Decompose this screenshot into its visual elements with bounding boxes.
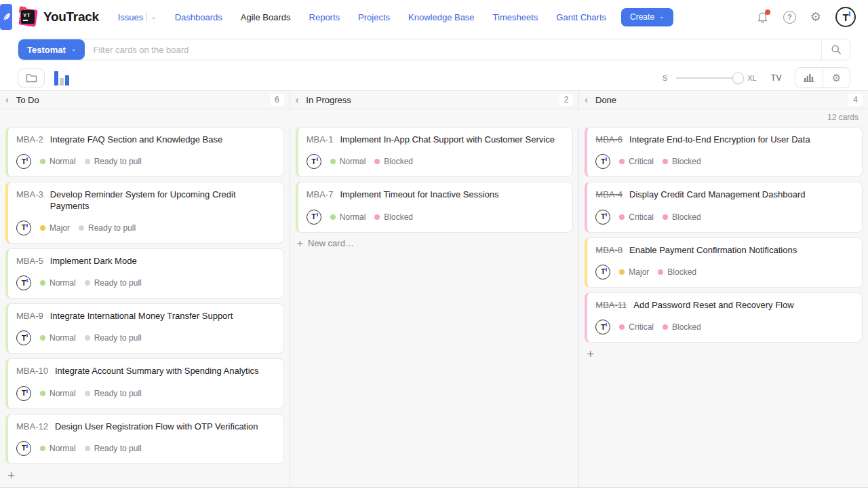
sidebar-toggle[interactable] [0, 4, 12, 30]
nav-item-timesheets[interactable]: Timesheets [493, 12, 538, 22]
collapse-column-icon[interactable]: ‹ [294, 95, 300, 104]
state-field[interactable]: Ready to pull [79, 223, 136, 233]
help-button[interactable]: ? [783, 11, 796, 24]
assignee-avatar[interactable]: T [595, 154, 610, 169]
nav-item-projects[interactable]: Projects [358, 12, 390, 22]
nav-item-knowledge-base[interactable]: Knowledge Base [408, 12, 475, 22]
assignee-avatar[interactable]: T [16, 275, 31, 290]
assignee-avatar[interactable]: T [307, 154, 321, 169]
board-card[interactable]: MBA-8 Enable Payment Confirmation Notifi… [585, 237, 863, 288]
board-settings-button[interactable]: ⚙ [823, 68, 850, 88]
board-card[interactable]: MBA-9 Integrate International Money Tran… [5, 303, 284, 353]
notifications-bell-button[interactable] [756, 11, 769, 24]
card-id[interactable]: MBA-11 [595, 300, 627, 311]
state-field[interactable]: Blocked [663, 157, 701, 166]
priority-field[interactable]: Major [619, 267, 649, 277]
board-card[interactable]: MBA-3 Develop Reminder System for Upcomi… [5, 182, 284, 244]
board-card[interactable]: MBA-2 Integrate FAQ Section and Knowledg… [5, 127, 284, 177]
priority-field[interactable]: Normal [330, 212, 366, 222]
board-card[interactable]: MBA-5 Implement Dark Mode T Normal Ready… [5, 248, 284, 299]
nav-item-issues[interactable]: Issues [118, 12, 144, 22]
priority-field[interactable]: Normal [330, 157, 366, 166]
card-id[interactable]: MBA-10 [16, 366, 48, 377]
assignee-avatar[interactable]: T [595, 320, 610, 334]
card-id[interactable]: MBA-4 [595, 189, 623, 200]
priority-field[interactable]: Normal [40, 444, 76, 453]
state-field[interactable]: Ready to pull [85, 157, 142, 166]
card-id[interactable]: MBA-6 [595, 134, 623, 145]
board-card[interactable]: MBA-1 Implement In-App Chat Support with… [296, 127, 574, 177]
add-card-button[interactable]: + [585, 343, 601, 360]
priority-field[interactable]: Critical [619, 157, 654, 166]
filter-input[interactable] [85, 39, 821, 60]
assignee-avatar[interactable]: T [16, 386, 31, 401]
board-card[interactable]: MBA-10 Integrate Account Summary with Sp… [5, 358, 284, 408]
board-card[interactable]: MBA-7 Implement Timeout for Inactive Ses… [296, 182, 574, 232]
collapse-column-icon[interactable]: ‹ [583, 95, 589, 104]
card-id[interactable]: MBA-1 [307, 134, 334, 145]
nav-item-agile-boards[interactable]: Agile Boards [241, 12, 291, 22]
priority-field[interactable]: Major [40, 223, 70, 233]
new-card-button[interactable]: + New card… [296, 233, 574, 249]
card-id[interactable]: MBA-9 [16, 311, 43, 322]
state-field[interactable]: Blocked [374, 157, 413, 166]
chart-view-toggle[interactable] [54, 71, 69, 85]
assignee-avatar[interactable]: T [16, 441, 31, 456]
column-header-in-progress: ‹ In Progress 2 [290, 91, 579, 109]
card-id[interactable]: MBA-12 [16, 421, 48, 432]
cards-total-label: 12 cards [0, 109, 868, 126]
board-footer: Board owner: admin [0, 487, 868, 498]
nav-item-reports[interactable]: Reports [309, 12, 340, 22]
card-title: Develop Reminder System for Upcoming Cre… [50, 189, 275, 212]
search-button[interactable] [821, 39, 850, 60]
slider-knob[interactable] [732, 72, 744, 83]
assignee-avatar[interactable]: T [16, 221, 31, 235]
tv-mode-button[interactable]: TV [771, 73, 782, 83]
board-card[interactable]: MBA-6 Integrate End-to-End Encryption fo… [585, 127, 863, 177]
board-card[interactable]: MBA-11 Add Password Reset and Recovery F… [585, 292, 863, 343]
state-field[interactable]: Ready to pull [85, 278, 142, 288]
issues-dropdown-chevron-icon[interactable]: ⌄ [151, 14, 156, 20]
state-label: Blocked [672, 212, 701, 222]
add-card-button[interactable]: + [5, 464, 22, 482]
board-card[interactable]: MBA-4 Display Credit Card Management Das… [585, 182, 863, 232]
nav-item-dashboards[interactable]: Dashboards [175, 12, 222, 22]
assignee-avatar[interactable]: T [16, 330, 31, 345]
card-id[interactable]: MBA-8 [595, 245, 623, 256]
priority-field[interactable]: Normal [40, 389, 76, 398]
priority-field[interactable]: Normal [40, 278, 76, 288]
avatar: T [835, 7, 856, 27]
card-size-slider[interactable] [676, 77, 738, 79]
state-field[interactable]: Blocked [663, 322, 701, 332]
assignee-avatar[interactable]: T [595, 210, 610, 225]
settings-button[interactable]: ⚙ [810, 11, 821, 23]
nav-item-gantt-charts[interactable]: Gantt Charts [556, 12, 606, 22]
gear-icon: ⚙ [832, 73, 841, 83]
app-logo[interactable]: YT YouTrack [19, 8, 99, 26]
state-field[interactable]: Ready to pull [85, 333, 142, 343]
board-selector-button[interactable]: Testomat ⌄ [18, 39, 85, 60]
card-id[interactable]: MBA-5 [16, 256, 43, 267]
progress-chart-button[interactable] [795, 68, 823, 88]
priority-label: Normal [340, 157, 366, 166]
priority-field[interactable]: Critical [619, 322, 654, 332]
priority-field[interactable]: Normal [40, 333, 76, 343]
priority-field[interactable]: Critical [619, 212, 654, 222]
state-field[interactable]: Ready to pull [85, 389, 142, 398]
card-id[interactable]: MBA-2 [16, 134, 43, 145]
profile-avatar-button[interactable]: T [835, 7, 856, 27]
backlog-button[interactable] [18, 69, 45, 88]
card-id[interactable]: MBA-3 [16, 189, 43, 200]
priority-field[interactable]: Normal [40, 157, 76, 166]
state-field[interactable]: Blocked [658, 267, 696, 277]
card-id[interactable]: MBA-7 [307, 189, 334, 200]
create-button[interactable]: Create ⌄ [621, 8, 673, 26]
assignee-avatar[interactable]: T [16, 154, 31, 169]
collapse-column-icon[interactable]: ‹ [4, 95, 10, 104]
assignee-avatar[interactable]: T [595, 265, 610, 280]
assignee-avatar[interactable]: T [307, 210, 321, 225]
state-field[interactable]: Blocked [663, 212, 701, 222]
state-field[interactable]: Blocked [374, 212, 413, 222]
state-field[interactable]: Ready to pull [85, 444, 142, 453]
board-card[interactable]: MBA-12 Design User Registration Flow wit… [5, 414, 284, 464]
